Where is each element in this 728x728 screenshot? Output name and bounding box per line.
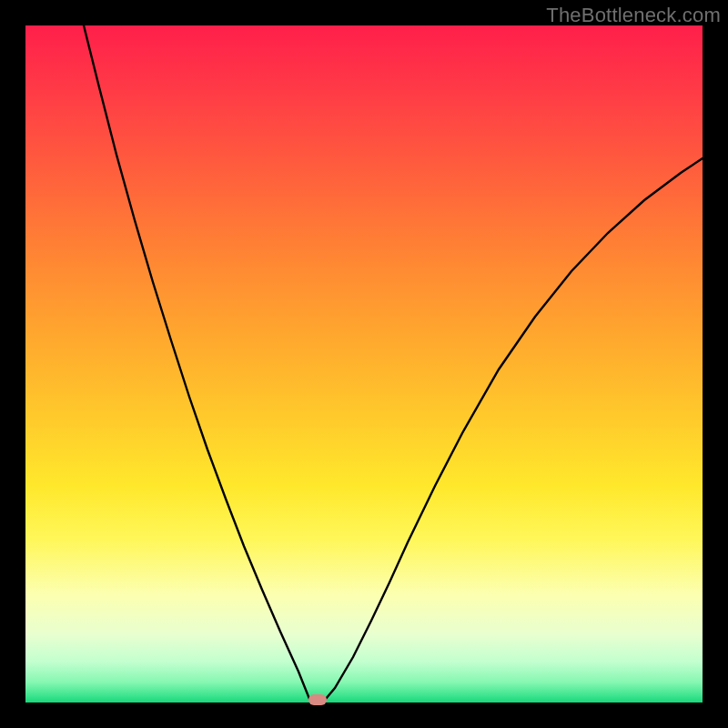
watermark-text: TheBottleneck.com [546, 4, 721, 27]
chart-curve-svg [25, 25, 703, 703]
curve-left-branch [84, 25, 309, 699]
chart-frame [25, 25, 703, 703]
curve-right-branch [326, 158, 703, 699]
optimum-marker [308, 694, 327, 705]
